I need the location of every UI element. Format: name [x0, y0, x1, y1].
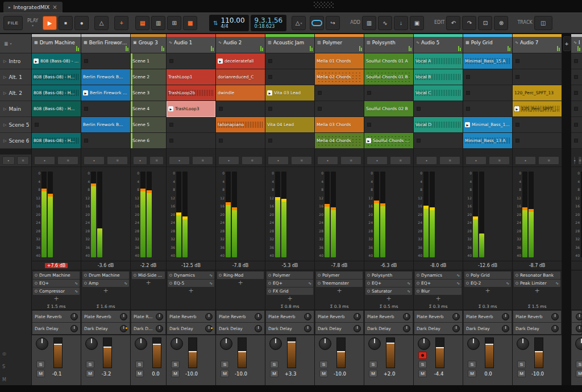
pan-knob[interactable]: [517, 337, 529, 350]
volume-fader[interactable]: [188, 337, 197, 368]
empty-clip-slot[interactable]: [571, 101, 582, 117]
empty-clip-slot[interactable]: [167, 133, 215, 149]
track-header-audio-7[interactable]: ∿Audio 7: [513, 34, 562, 53]
track-header-audio-2[interactable]: ∿Audio 2: [216, 34, 265, 53]
empty-clip-slot[interactable]: [315, 85, 364, 101]
stop-all-clips-button[interactable]: ▪: [2, 156, 15, 165]
clip-120-perc-spft-13[interactable]: 120_Perc_SPFT_13: [513, 85, 562, 101]
volume-fader[interactable]: [485, 337, 494, 368]
clip-soulful-chords-02-a[interactable]: ▶Soulful Chords 02 A: [364, 133, 413, 149]
mixer-toggle-button[interactable]: ▥: [151, 16, 165, 30]
add-device-button[interactable]: +: [514, 287, 560, 294]
panel-add-button[interactable]: ⊞: [167, 16, 181, 30]
clip-soulful-chords-02-b[interactable]: Soulful Chords 02 B: [364, 101, 413, 117]
track-alt-button[interactable]: ≡: [489, 156, 510, 165]
device-power-icon[interactable]: [84, 274, 87, 277]
send-level-knob[interactable]: [255, 313, 262, 320]
empty-clip-slot[interactable]: [463, 85, 512, 101]
track-stop-button[interactable]: ▪: [416, 156, 437, 165]
add-device-button[interactable]: +: [33, 295, 80, 302]
browser-button[interactable]: ▣: [410, 16, 424, 30]
send-level-knob[interactable]: [502, 313, 509, 320]
volume-fader[interactable]: [152, 337, 161, 368]
empty-clip-slot[interactable]: [265, 133, 314, 149]
empty-clip-slot[interactable]: [364, 117, 413, 133]
track-alt-button[interactable]: ≡: [578, 156, 581, 165]
empty-clip-slot[interactable]: [414, 101, 463, 117]
track-alt-button[interactable]: ≡: [291, 156, 312, 165]
clip-vita-04-lead[interactable]: Vita 04 Lead: [265, 117, 314, 133]
send-dark-delay[interactable]: Dark Delay: [513, 323, 561, 334]
position-display[interactable]: 9.3.1.56 0:18.623: [251, 15, 287, 31]
pan-knob[interactable]: [269, 337, 282, 350]
send-dark-delay[interactable]: Dark Delay: [365, 323, 413, 334]
fader-value[interactable]: -3.2: [95, 371, 118, 377]
metronome-button[interactable]: △: [94, 16, 109, 30]
add-device-button[interactable]: +: [365, 295, 412, 302]
device-power-icon[interactable]: [367, 290, 370, 293]
volume-fader[interactable]: [336, 337, 346, 368]
device-eq[interactable]: EQ+∿: [415, 280, 462, 287]
meter-db-readout[interactable]: -7.8 dB: [331, 263, 348, 268]
solo-button[interactable]: S: [135, 361, 144, 368]
solo-button[interactable]: S: [270, 361, 278, 368]
clip-808-bass-08-h[interactable]: 808 (Bass-08) - H...: [32, 133, 81, 149]
send-level-knob[interactable]: [576, 325, 582, 332]
empty-clip-slot[interactable]: [265, 69, 314, 85]
clip-125-perc-spft-11[interactable]: ▶125_Perc_SPFT_11: [513, 101, 562, 117]
empty-clip-slot[interactable]: [414, 133, 463, 149]
track-stop-button[interactable]: ▪: [465, 156, 487, 165]
fader-value[interactable]: 0.0: [144, 371, 167, 377]
device-dynamics[interactable]: Dynamics∿: [168, 272, 214, 279]
send-dark-delay[interactable]: Dark Delay: [572, 323, 581, 334]
device-power-icon[interactable]: [516, 274, 518, 277]
solo-button[interactable]: S: [369, 361, 377, 368]
clip-fallonapiano[interactable]: fallonapiano: [216, 117, 265, 133]
track-stop-button[interactable]: ▪: [34, 156, 55, 165]
device-power-icon[interactable]: [169, 282, 172, 285]
device-dynamics[interactable]: Dynamics∿: [415, 272, 462, 279]
clip-vocal-b[interactable]: Vocal B: [414, 69, 463, 85]
meter-db-readout[interactable]: -5.3 dB: [282, 263, 298, 268]
track-stop-button[interactable]: ▪: [268, 156, 289, 165]
scene-menu-button[interactable]: ≣ ▾: [0, 34, 31, 53]
clip-dorianreduced-c[interactable]: dorianreduced_C: [216, 69, 265, 85]
clip-scene-6[interactable]: Scene 6: [131, 133, 166, 149]
device-saturator[interactable]: Saturator∿: [365, 287, 412, 295]
send-dark-delay[interactable]: Dark Delay: [217, 323, 264, 334]
device-amp[interactable]: Amp∿: [82, 280, 129, 287]
device-panel-toggle-button[interactable]: ▦: [183, 16, 197, 30]
clip-scene-5[interactable]: Scene 5: [131, 117, 166, 133]
send-level-knob[interactable]: [551, 325, 559, 332]
clip-trashloop2b[interactable]: TrashLoop2b: [167, 85, 215, 101]
track-alt-button[interactable]: ≡: [538, 156, 559, 165]
fader-value[interactable]: -10.0: [230, 371, 252, 377]
device-power-icon[interactable]: [318, 274, 321, 277]
track-layout-button[interactable]: ◫: [534, 16, 552, 30]
send-plate-reverb[interactable]: Plate Reverb: [217, 311, 264, 322]
track-header-polymer[interactable]: ▥Polymer: [315, 34, 364, 53]
duplicate-button[interactable]: ⊡: [478, 16, 492, 30]
send-level-knob[interactable]: [156, 325, 163, 332]
empty-clip-slot[interactable]: [513, 117, 562, 133]
meter-db-readout[interactable]: -12.6 dB: [478, 263, 497, 268]
clip-vocal-c[interactable]: Vocal C: [414, 85, 463, 101]
empty-clip-slot[interactable]: [81, 101, 130, 117]
clip-dwindle[interactable]: dwindle: [216, 85, 265, 101]
device-power-icon[interactable]: [417, 290, 419, 293]
device-fx-grid[interactable]: FX Grid: [267, 287, 313, 295]
device-peak-limiter[interactable]: Peak Limiter∿: [514, 280, 560, 287]
track-stop-button[interactable]: ▪: [218, 156, 239, 165]
pan-knob[interactable]: [368, 337, 381, 350]
empty-clip-slot[interactable]: [32, 117, 81, 133]
device-power-icon[interactable]: [268, 274, 271, 277]
solo-row-icon[interactable]: S: [2, 364, 5, 369]
track-stop-button[interactable]: ▪: [573, 156, 576, 165]
send-plate-reverb[interactable]: Plate Reverb: [32, 311, 80, 322]
track-header-group-3[interactable]: ▣Group 3: [131, 34, 166, 53]
pan-knob[interactable]: [575, 337, 582, 350]
redo-button[interactable]: ↷: [462, 16, 476, 30]
clip-minimal-bass-12-a[interactable]: ▶Minimal_Bass_12 A: [463, 117, 512, 133]
punch-in-button[interactable]: +: [114, 16, 128, 30]
clip-808-bass-08-h[interactable]: 808 (Bass-08) - H...: [32, 85, 81, 101]
